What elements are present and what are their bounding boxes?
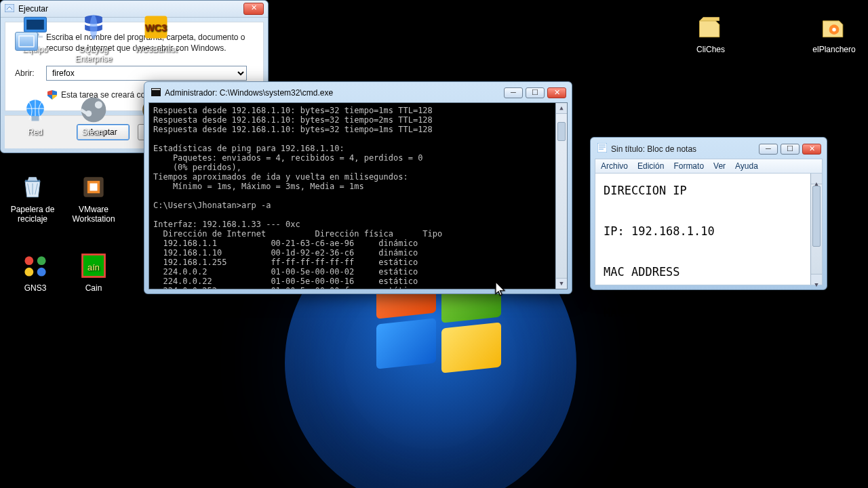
desktop-icon-vmware[interactable]: VMware Workstation [65,172,122,224]
notepad-menu-ver[interactable]: Ver [713,161,726,171]
svg-point-7 [832,28,836,32]
close-button[interactable]: ✕ [243,3,264,15]
sqlyog-icon [79,12,108,42]
desktop-icon-cliches[interactable]: CliChes [682,12,739,54]
desktop-icon-label: CliChes [682,45,739,54]
papelera-icon [18,172,47,202]
notepad-titlebar[interactable]: Sin título: Bloc de notas ─ ☐ ✕ [595,142,823,159]
scroll-down-icon[interactable]: ▼ [811,274,822,285]
notepad-scrollbar[interactable]: ▲▼ [810,174,822,285]
desktop-icon-label: SQLyog Enterprise [65,45,122,64]
desktop-icon-steam[interactable]: Steam [65,95,122,137]
svg-text:WC3: WC3 [145,22,167,33]
maximize-button[interactable]: ☐ [781,144,800,155]
cmd-title: Administrador: C:\Windows\system32\cmd.e… [165,88,333,98]
svg-rect-9 [32,116,39,121]
svg-point-18 [24,256,33,265]
desktop-icon-label: Cain [65,283,122,293]
elplanchero-icon [819,12,849,42]
notepad-icon [597,143,607,155]
notepad-menu-edición[interactable]: Edición [637,161,664,171]
svg-rect-1 [26,20,44,30]
svg-point-21 [37,268,46,277]
scroll-up-icon[interactable]: ▲ [556,103,567,114]
close-button[interactable]: ✕ [802,144,821,155]
desktop-icon-label: Steam [65,127,122,137]
notepad-menu-ayuda[interactable]: Ayuda [735,161,758,171]
scroll-thumb[interactable] [812,186,821,247]
desktop-icon-papelera[interactable]: Papelera de reciclaje [4,172,61,224]
vmware-icon [79,172,108,202]
gns3-icon [20,251,50,281]
desktop-icon-red[interactable]: Red [7,95,64,137]
run-open-input[interactable]: firefox [46,66,247,81]
cliches-icon [696,12,726,42]
red-icon [20,95,50,125]
cmd-text: Respuesta desde 192.168.1.10: bytes=32 t… [153,106,442,289]
svg-text:aín: aín [87,262,100,272]
notepad-window[interactable]: Sin título: Bloc de notas ─ ☐ ✕ ArchivoE… [590,137,827,290]
cmd-scrollbar[interactable]: ▲▼ [555,103,567,289]
cmd-window[interactable]: Administrador: C:\Windows\system32\cmd.e… [144,81,572,294]
desktop-icon-gns3[interactable]: GNS3 [7,251,64,293]
notepad-menu-formato[interactable]: Formato [673,161,704,171]
minimize-button[interactable]: ─ [759,144,778,155]
notepad-textarea[interactable]: DIRECCION IP IP: 192.168.1.10 MAC ADDRES… [595,173,823,285]
desktop-icon-label: Red [7,127,64,137]
notepad-content: DIRECCION IP IP: 192.168.1.10 MAC ADDRES… [604,180,814,323]
cmd-titlebar[interactable]: Administrador: C:\Windows\system32\cmd.e… [149,86,568,102]
desktop-icon-wc3banlist[interactable]: WC3WC3Banlist [127,12,184,54]
svg-point-20 [24,268,33,277]
minimize-button[interactable]: ─ [504,87,523,98]
run-program-icon [15,32,38,51]
steam-icon [79,95,108,125]
desktop-icon-label: VMware Workstation [65,205,122,224]
notepad-title: Sin título: Bloc de notas [611,144,696,154]
desktop-icon-label: elPlanchero [806,45,863,54]
scroll-up-icon[interactable]: ▲ [811,174,822,184]
cmd-icon [151,88,161,98]
svg-point-10 [81,98,106,123]
svg-rect-26 [152,89,160,90]
wc3banlist-icon: WC3 [141,12,171,42]
notepad-menu-archivo[interactable]: Archivo [601,161,628,171]
cain-icon: aín [79,251,108,281]
notepad-menubar[interactable]: ArchivoEdiciónFormatoVerAyuda [595,159,823,173]
maximize-button[interactable]: ☐ [526,87,545,98]
desktop-icon-label: Papelera de reciclaje [4,205,61,224]
scroll-thumb[interactable] [557,122,566,141]
scroll-down-icon[interactable]: ▼ [556,278,567,289]
svg-rect-17 [90,184,98,191]
svg-point-19 [37,256,46,265]
close-button[interactable]: ✕ [547,87,566,98]
desktop-icon-label: WC3Banlist [127,45,184,54]
cmd-output[interactable]: Respuesta desde 192.168.1.10: bytes=32 t… [149,102,568,289]
svg-rect-27 [597,143,607,152]
svg-point-11 [95,101,102,108]
desktop-icon-sqlyog[interactable]: SQLyog Enterprise [65,12,122,64]
desktop-icon-label: GNS3 [7,283,64,293]
desktop-icon-cain[interactable]: aínCain [65,251,122,293]
run-open-label: Abrir: [15,68,38,78]
desktop-icon-elplanchero[interactable]: elPlanchero [806,12,863,54]
